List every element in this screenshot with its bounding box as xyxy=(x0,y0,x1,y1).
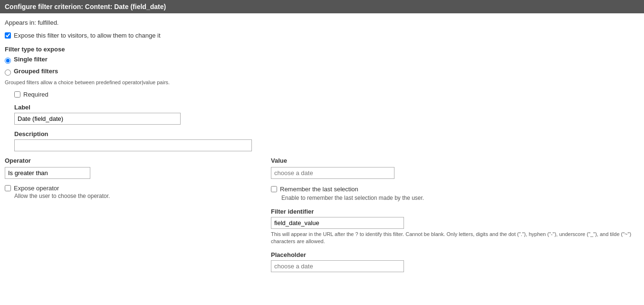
operator-label: Operator xyxy=(5,157,261,164)
expose-operator-note: Allow the user to choose the operator. xyxy=(14,193,261,199)
grouped-filters-radio[interactable] xyxy=(5,69,11,76)
expose-filter-label: Expose this filter to visitors, to allow… xyxy=(14,32,161,39)
placeholder-input[interactable] xyxy=(271,260,404,272)
grouped-filters-row: Grouped filters xyxy=(5,68,639,78)
required-label: Required xyxy=(23,91,48,98)
label-field: Label xyxy=(14,104,639,125)
single-filter-radio[interactable] xyxy=(5,58,11,64)
single-filter-row: Single filter xyxy=(5,56,639,66)
appears-in-text: Appears in: fulfilled. xyxy=(5,19,639,26)
single-filter-label: Single filter xyxy=(14,56,48,63)
remember-note: Enable to remember the last selection ma… xyxy=(281,195,639,201)
placeholder-section: Placeholder xyxy=(271,251,639,272)
placeholder-label: Placeholder xyxy=(271,251,639,258)
filter-type-label: Filter type to expose xyxy=(5,46,639,53)
remember-checkbox[interactable] xyxy=(271,186,277,192)
required-checkbox[interactable] xyxy=(14,91,20,98)
label-input[interactable] xyxy=(14,113,181,125)
expose-operator-checkbox[interactable] xyxy=(5,185,11,191)
expose-operator-label: Expose operator xyxy=(14,185,59,192)
filter-id-note: This will appear in the URL after the ? … xyxy=(271,231,639,246)
description-field: Description xyxy=(14,130,639,151)
label-field-label: Label xyxy=(14,104,639,111)
filter-id-label: Filter identifier xyxy=(271,208,639,215)
expose-filter-checkbox[interactable] xyxy=(5,32,11,39)
expose-operator-row: Expose operator xyxy=(5,185,261,192)
filter-id-section: Filter identifier This will appear in th… xyxy=(271,208,639,246)
value-section: Value xyxy=(271,157,639,179)
grouped-filters-note: Grouped filters allow a choice between p… xyxy=(5,79,639,85)
value-input[interactable] xyxy=(271,167,394,179)
value-col: Value Remember the last selection Enable… xyxy=(271,157,639,272)
operator-select[interactable]: Is less than Is less than or equal to Is… xyxy=(5,167,90,179)
description-field-label: Description xyxy=(14,130,639,138)
filter-type-section: Filter type to expose Single filter Grou… xyxy=(5,46,639,85)
description-input[interactable] xyxy=(14,139,252,151)
page-header: Configure filter criterion: Content: Dat… xyxy=(0,0,644,13)
header-title: Configure filter criterion: Content: Dat… xyxy=(5,3,166,10)
grouped-filters-label: Grouped filters xyxy=(14,68,58,75)
remember-row: Remember the last selection xyxy=(271,186,639,193)
operator-section: Operator Is less than Is less than or eq… xyxy=(5,157,261,179)
remember-label: Remember the last selection xyxy=(280,186,358,193)
filter-id-input[interactable] xyxy=(271,217,404,229)
operator-select-wrapper: Is less than Is less than or equal to Is… xyxy=(5,167,261,179)
operator-col: Operator Is less than Is less than or eq… xyxy=(5,157,271,272)
value-label: Value xyxy=(271,157,639,164)
expose-filter-row: Expose this filter to visitors, to allow… xyxy=(5,32,639,39)
operator-value-row: Operator Is less than Is less than or eq… xyxy=(5,157,639,272)
required-row: Required xyxy=(14,91,639,98)
